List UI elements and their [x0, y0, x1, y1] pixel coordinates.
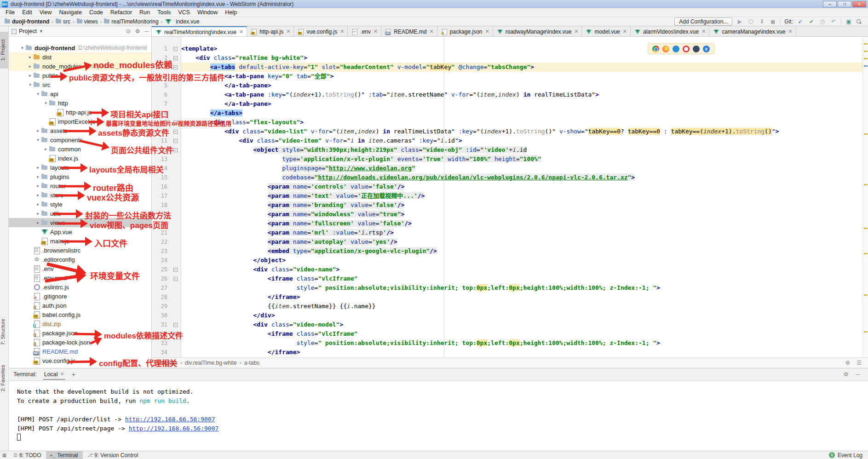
tool-window-switcher-icon[interactable]: ▦ [0, 453, 9, 458]
code-line[interactable]: 13 type='application/x-vlc-plugin' event… [152, 155, 862, 164]
search-everywhere-icon[interactable] [856, 19, 862, 24]
breadcrumb-item[interactable]: index.vue [164, 18, 200, 25]
code-line[interactable]: 22 <param name='autoplay' value='yes'/> [152, 237, 862, 247]
browser-dark-icon[interactable] [693, 46, 700, 52]
git-update-icon[interactable]: ⭩ [797, 18, 804, 25]
fold-marker[interactable]: – [169, 53, 181, 63]
tree-row-nodemodules[interactable]: ▸node_moduleslibrary root [9, 62, 151, 71]
code-line[interactable]: 34 </iframe> [152, 348, 862, 357]
code-line[interactable]: 16 <param name='controls' value='false'/… [152, 182, 862, 191]
code-line[interactable]: 32– <iframe class="vlcIframe" [152, 329, 862, 339]
code-editor[interactable]: 1–<template>2– <div class="realTime bg-w… [152, 37, 868, 357]
chevron-collapsed-icon[interactable]: ▸ [43, 147, 49, 151]
tree-row-layouts[interactable]: ▸layouts [9, 163, 151, 172]
terminal-output[interactable]: Note that the development build is not o… [9, 381, 868, 451]
stop-icon[interactable]: ◼ [769, 18, 776, 25]
code-line[interactable]: 33 style=" position:absolute;visibility:… [152, 339, 862, 348]
chevron-collapsed-icon[interactable]: ▸ [27, 64, 33, 69]
close-icon[interactable]: ✕ [60, 371, 64, 377]
settings-gear-icon[interactable]: ⚙ [135, 28, 140, 34]
editor-tab[interactable]: model.vue✕ [582, 26, 631, 37]
safari-icon[interactable] [673, 46, 679, 52]
tree-row-common[interactable]: ▸common [9, 144, 151, 154]
tool-stripe-structure[interactable]: 7: Structure [0, 311, 9, 353]
tree-row-package.json[interactable]: {}package.json [9, 328, 151, 338]
tree-row-http[interactable]: ▾http [9, 98, 151, 108]
tree-row-store[interactable]: ▸store [9, 190, 151, 200]
fold-marker[interactable]: – [169, 145, 181, 155]
tree-row-.gitignore[interactable]: ⊘.gitignore [9, 292, 151, 301]
tree-row-main.js[interactable]: JSmain.js [9, 236, 151, 246]
editor-tab[interactable]: cameraManage\index.vue✕ [709, 26, 796, 37]
code-line[interactable]: 5 </a-tab-pane> [152, 81, 862, 90]
breadcrumb-item[interactable]: src [55, 18, 71, 25]
breadcrumb-list-icon[interactable]: ☰ [857, 360, 862, 366]
chevron-collapsed-icon[interactable]: ▸ [35, 211, 41, 216]
code-line[interactable]: 15 codebase="http://downloads.videolan.o… [152, 173, 862, 182]
close-button[interactable]: ✕ [852, 1, 866, 7]
editor-tab[interactable]: roadwayManage\index.vue✕ [493, 26, 582, 37]
code-line[interactable]: 11– <div class="video-item" v-for="i in … [152, 136, 862, 145]
editor-breadcrumb-item[interactable]: template [156, 360, 178, 366]
version-control-toolwindow-button[interactable]: ⎇ 9: Version Control [83, 451, 143, 459]
editor-tab[interactable]: alarmVideos\index.vue✕ [631, 26, 709, 37]
tree-row-App.vue[interactable]: App.vue [9, 227, 151, 236]
code-line[interactable]: 4 <a-tab-pane key="0" tab="全部"> [152, 72, 862, 81]
chevron-expanded-icon[interactable]: ▾ [19, 46, 25, 50]
code-line[interactable]: 20 <param name='fullscreen' value='false… [152, 219, 862, 228]
breadcrumb-item[interactable]: views [76, 18, 99, 25]
event-log-button[interactable]: 1 Event Log [829, 452, 868, 459]
debug-icon[interactable]: ⬡ [747, 18, 754, 25]
fold-collapse-icon[interactable]: – [173, 65, 178, 69]
code-line[interactable]: 7 </a-tab-pane> [152, 99, 862, 109]
tree-row-views[interactable]: ▸views [9, 218, 151, 227]
menu-item-refactor[interactable]: Refactor [107, 8, 136, 17]
fold-collapse-icon[interactable]: – [173, 56, 178, 60]
minimize-button[interactable]: – [823, 1, 837, 7]
tree-row-dist[interactable]: ▸dist [9, 52, 151, 62]
tab-close-icon[interactable]: ✕ [485, 29, 489, 34]
hide-panel-icon[interactable]: ─ [144, 28, 149, 34]
tab-close-icon[interactable]: ✕ [374, 29, 378, 34]
tree-row-style[interactable]: ▸style [9, 200, 151, 209]
todo-toolwindow-button[interactable]: ☰ 6: TODO [9, 451, 46, 459]
tree-row-router[interactable]: ▸router [9, 181, 151, 190]
fold-collapse-icon[interactable]: – [173, 120, 178, 125]
terminal-tab-local[interactable]: Local✕ [43, 369, 65, 380]
add-configuration-button[interactable]: Add Configuration... [674, 17, 732, 26]
fold-collapse-icon[interactable]: – [173, 268, 178, 272]
tree-row-api[interactable]: ▾api [9, 89, 151, 98]
code-line[interactable]: 24 </object> [152, 256, 862, 265]
code-line[interactable]: 18 <param name='branding' value='false'/… [152, 201, 862, 210]
new-terminal-session-button[interactable]: + [72, 371, 75, 378]
tab-close-icon[interactable]: ✕ [340, 29, 344, 34]
chevron-collapsed-icon[interactable]: ▸ [35, 202, 41, 207]
tree-row-babel.config.js[interactable]: JSbabel.config.js [9, 310, 151, 319]
code-line[interactable]: 27 style=" position:absolute;visibility:… [152, 283, 862, 293]
tree-row-utils[interactable]: ▸utils [9, 209, 151, 218]
editor-tab[interactable]: .env✕ [348, 26, 381, 37]
menu-item-run[interactable]: Run [136, 8, 154, 17]
terminal-link[interactable]: http://192.168.66.56:9007 [129, 425, 219, 432]
code-area[interactable]: 1–<template>2– <div class="realTime bg-w… [152, 44, 862, 357]
tree-row-package-lock.json[interactable]: {}package-lock.json [9, 338, 151, 347]
chevron-collapsed-icon[interactable]: ▸ [35, 220, 41, 225]
fold-collapse-icon[interactable]: – [173, 47, 178, 51]
tree-row-duoji-frontend[interactable]: ▾duoji-frontendD:\zheheWeb\duoji-fronten… [9, 43, 151, 52]
fold-marker[interactable]: – [169, 118, 181, 127]
coverage-icon[interactable]: ⬇ [758, 18, 765, 25]
code-line[interactable]: 17 <param name='text' value='正在加载视频中...'… [152, 191, 862, 201]
fold-collapse-icon[interactable]: – [173, 148, 178, 152]
locate-file-icon[interactable]: ⊙ [126, 28, 131, 34]
fold-collapse-icon[interactable]: – [173, 332, 178, 336]
tool-stripe-project[interactable]: 1: Project [0, 32, 9, 69]
fold-marker[interactable]: – [169, 127, 181, 136]
tab-close-icon[interactable]: ✕ [430, 29, 434, 34]
code-line[interactable]: 29 {{item.streetName}} {{i.name}} [152, 302, 862, 311]
firefox-icon[interactable] [662, 46, 669, 52]
editor-breadcrumb-item[interactable]: div.realTime.bg-white [185, 360, 237, 366]
opera-icon[interactable] [683, 46, 690, 52]
chevron-collapsed-icon[interactable]: ▸ [35, 165, 41, 170]
chrome-icon[interactable] [652, 46, 659, 52]
tab-close-icon[interactable]: ✕ [574, 29, 578, 34]
